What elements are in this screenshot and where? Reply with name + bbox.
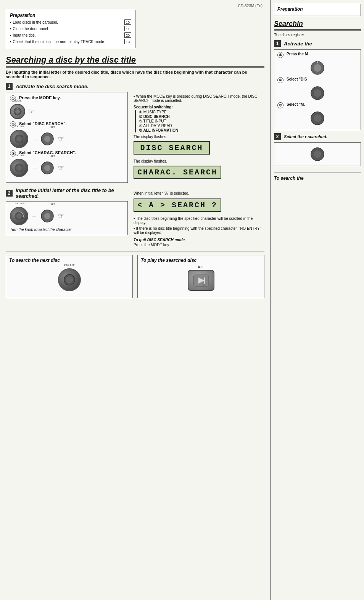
svg-point-15 bbox=[44, 213, 50, 219]
seq-item-5: ⑤ ALL INFORMATION bbox=[139, 128, 264, 132]
svg-point-8 bbox=[16, 165, 22, 171]
sidebar-bottom-title: To search the bbox=[274, 176, 361, 181]
sidebar-step2-title: Select the r searched. bbox=[284, 134, 327, 139]
sub-step-2: ② Select "DISC SEARCH". bbox=[10, 121, 124, 127]
arrow-2: → bbox=[31, 165, 37, 171]
bullet-3: • bbox=[10, 32, 11, 39]
set-label-1: SET bbox=[50, 126, 55, 128]
charac-knob-container: DISC SKP → SET bbox=[10, 159, 124, 177]
model-number: CD-323M (En) bbox=[238, 4, 263, 8]
sidebar-subtitle: The discs register bbox=[274, 33, 361, 37]
svg-point-30 bbox=[314, 150, 321, 158]
quit-section: To quit DISC SEARCH mode Press the MODE … bbox=[134, 238, 264, 247]
turn-knob-label: Turn the knob to select the character. bbox=[10, 227, 124, 232]
svg-point-28 bbox=[314, 115, 321, 122]
sidebar-step1-header: 1 Activate the bbox=[274, 40, 361, 47]
sidebar-step2-box bbox=[274, 142, 361, 166]
disc-skip-search-label: DISC SKP bbox=[64, 264, 74, 266]
step1-right: When the MODE key is pressed during DISC… bbox=[134, 83, 264, 183]
search-next-knob-icon bbox=[63, 273, 76, 286]
sidebar-step2-num: 2 bbox=[274, 133, 281, 140]
svg-point-12 bbox=[16, 213, 22, 219]
search-knob-area: DISC SKP bbox=[9, 265, 129, 294]
sidebar-sub-num-2: ② bbox=[277, 77, 283, 83]
display-screen-3: < A > SEARCH ? bbox=[134, 198, 221, 212]
prep-list: • Load discs in the carousel. 10 • Close… bbox=[10, 19, 131, 45]
prep-text-4: Check that the unit is in the normal pla… bbox=[13, 39, 123, 45]
set-knob-icon-1 bbox=[40, 131, 55, 147]
disc-skip-knob: DISC SKP bbox=[10, 130, 28, 148]
sidebar-prep-box: Preparation bbox=[274, 4, 361, 16]
charac-knob: DISC SKP bbox=[10, 159, 28, 177]
search-next-box: To search the next disc DISC SKP bbox=[6, 255, 133, 298]
bullet-1: • bbox=[10, 19, 11, 26]
svg-point-6 bbox=[44, 136, 50, 142]
search-next-title: To search the next disc bbox=[9, 258, 129, 263]
seq-item-4: ④ ALL DATA READ bbox=[139, 124, 264, 128]
sidebar-section-title: Searchin bbox=[274, 20, 361, 31]
seq-title: Sequential switching: bbox=[134, 105, 264, 109]
play-pause-label: ▶/II bbox=[198, 265, 203, 269]
step2-box: DISC SKP → bbox=[6, 201, 128, 235]
step1-row: 1 Activate the disc search mode. ① Press… bbox=[6, 83, 264, 183]
step1-title: Activate the disc search mode. bbox=[16, 84, 89, 89]
page-wrapper: CD-323M (En) Preparation • Load discs in… bbox=[0, 0, 364, 600]
prep-text-1: Load discs in the carousel. bbox=[13, 19, 123, 26]
prep-num-4: 13 bbox=[124, 39, 131, 44]
seq-item-3: ③ TITLE INPUT bbox=[139, 119, 264, 123]
step2-header: 2 Input the initial letter of the disc t… bbox=[6, 187, 128, 199]
sidebar-step1-box: ① Press the M ② Select "DIS bbox=[274, 49, 361, 130]
svg-point-17 bbox=[66, 276, 73, 283]
sidebar-step1-title: Activate the bbox=[284, 41, 312, 47]
disc-skip-knob-container: DISC SKP → SET bbox=[10, 130, 124, 148]
search-next-knob: DISC SKP bbox=[58, 268, 81, 291]
prep-num-3: 20 bbox=[124, 32, 131, 38]
sidebar-mode-knob-icon bbox=[310, 60, 325, 76]
quit-title: To quit DISC SEARCH mode bbox=[134, 238, 264, 242]
sidebar-step2-knob-area bbox=[277, 147, 358, 162]
play-btn-icon: ☞ bbox=[192, 273, 211, 288]
prep-title: Preparation bbox=[10, 13, 131, 18]
sidebar-sub1: ① Press the M bbox=[277, 52, 358, 58]
step1-box: ① Press the MODE key. MODE bbox=[6, 92, 128, 183]
svg-point-23 bbox=[314, 64, 321, 72]
step1-header: 1 Activate the disc search mode. bbox=[6, 83, 128, 90]
hand-icon-4: ☞ bbox=[58, 212, 64, 220]
sidebar-step2-knob-icon bbox=[310, 147, 325, 162]
sidebar-disc-knob-area bbox=[277, 85, 358, 101]
step2-knob-icon bbox=[14, 211, 24, 221]
svg-text:☞: ☞ bbox=[203, 283, 206, 287]
sidebar-disc-knob-icon bbox=[310, 85, 325, 101]
bullet-2: • bbox=[10, 26, 11, 32]
step2-knob-container: DISC SKP → bbox=[10, 207, 124, 225]
sub1-label: Press the MODE key. bbox=[19, 95, 61, 100]
prep-text-3: Input the title. bbox=[13, 32, 123, 39]
mode-label: MODE bbox=[14, 99, 22, 102]
sidebar-prep-title: Preparation bbox=[277, 6, 358, 12]
step2-disc-knob: DISC SKP bbox=[10, 207, 28, 225]
play-disc-box: To play the searched disc ▶/II ☞ bbox=[137, 255, 264, 298]
sidebar-sub2-label: Select "DIS bbox=[287, 77, 307, 81]
sub-step-1: ① Press the MODE key. bbox=[10, 95, 124, 102]
mode-knob-container: MODE ☞ bbox=[10, 104, 124, 119]
flash-note-1: The display flashes. bbox=[134, 135, 264, 139]
step1-number: 1 bbox=[6, 83, 13, 90]
sidebar-step1-num: 1 bbox=[274, 40, 281, 47]
hand-icon-1: ☞ bbox=[28, 107, 34, 116]
flash-note-2: The display flashes. bbox=[134, 159, 264, 163]
sidebar-bottom: To search the bbox=[274, 172, 361, 181]
step2-title: Input the initial letter of the disc tit… bbox=[16, 187, 128, 199]
play-button: ▶/II ☞ bbox=[188, 270, 214, 291]
prep-item-2: • Close the door panel. 11 bbox=[10, 26, 131, 32]
hand-icon-2: ☞ bbox=[58, 135, 64, 143]
hand-icon-3: ☞ bbox=[58, 164, 64, 172]
preparation-box: Preparation • Load discs in the carousel… bbox=[6, 10, 135, 48]
page-header: CD-323M (En) bbox=[6, 4, 264, 8]
sidebar-sub1-label: Press the M bbox=[287, 52, 308, 56]
prep-item-3: • Input the title. 20 bbox=[10, 32, 131, 39]
step2-right: When initial letter "A" is selected. < A… bbox=[134, 187, 264, 247]
sub-step-3: ③ Select "CHARAC. SEARCH". bbox=[10, 150, 124, 156]
prep-num-2: 11 bbox=[124, 26, 131, 31]
disc-skip-icon bbox=[14, 134, 24, 144]
seq-item-1: ① MUSIC TYPE bbox=[139, 110, 264, 114]
